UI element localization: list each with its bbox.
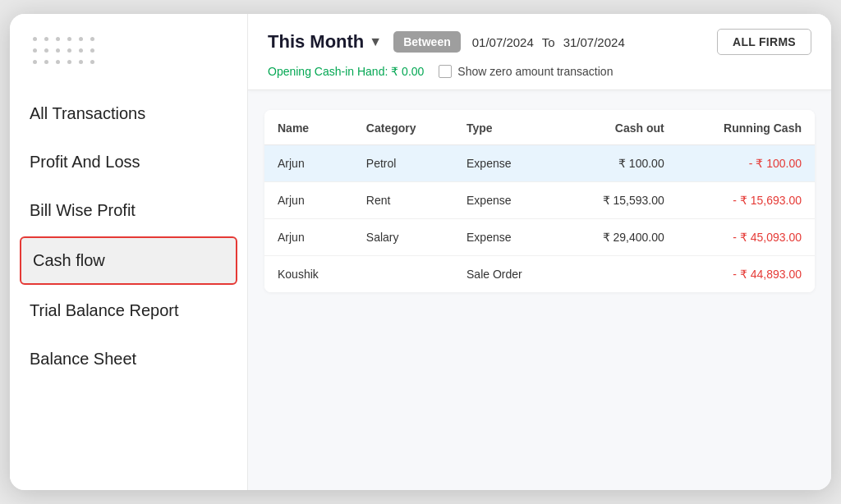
- sidebar-dots: [10, 37, 247, 89]
- cell-cash_out: ₹ 100.00: [561, 145, 677, 182]
- decorative-dot: [67, 60, 71, 64]
- cell-type: Expense: [453, 219, 561, 256]
- decorative-dot: [90, 60, 94, 64]
- cell-type: Sale Order: [453, 256, 561, 293]
- date-from[interactable]: 01/07/2024: [472, 35, 534, 49]
- col-header-category: Category: [353, 110, 453, 145]
- cell-running_cash: - ₹ 15,693.00: [678, 182, 815, 219]
- cell-name: Koushik: [264, 256, 353, 293]
- decorative-dot: [79, 60, 83, 64]
- decorative-dot: [33, 60, 37, 64]
- date-range: 01/07/2024 To 31/07/2024: [472, 35, 625, 49]
- sidebar-item-all-transactions[interactable]: All Transactions: [10, 89, 247, 138]
- col-header-cash_out: Cash out: [561, 110, 677, 145]
- decorative-dot: [67, 37, 71, 41]
- decorative-dot: [56, 60, 60, 64]
- decorative-dot: [56, 48, 60, 53]
- cell-running_cash: - ₹ 45,093.00: [678, 219, 815, 256]
- table-row: ArjunRentExpense₹ 15,593.00- ₹ 15,693.00: [264, 182, 815, 219]
- table-row: ArjunSalaryExpense₹ 29,400.00- ₹ 45,093.…: [264, 219, 815, 256]
- sidebar-item-trial-balance-report[interactable]: Trial Balance Report: [10, 286, 247, 335]
- table-row: KoushikSale Order- ₹ 44,893.00: [264, 256, 815, 293]
- header-row2: Opening Cash-in Hand: ₹ 0.00 Show zero a…: [268, 65, 811, 78]
- col-header-running_cash: Running Cash: [678, 110, 815, 145]
- header-bar: This Month ▼ Between 01/07/2024 To 31/07…: [248, 14, 831, 90]
- cell-cash_out: [561, 256, 677, 293]
- col-header-type: Type: [453, 110, 561, 145]
- sidebar-item-cash-flow[interactable]: Cash flow: [20, 236, 237, 285]
- decorative-dot: [79, 48, 83, 53]
- this-month-button[interactable]: This Month ▼: [268, 31, 382, 53]
- app-container: All TransactionsProfit And LossBill Wise…: [10, 14, 831, 490]
- cell-running_cash: - ₹ 100.00: [678, 145, 815, 182]
- cell-category: Salary: [353, 219, 453, 256]
- cell-type: Expense: [453, 182, 561, 219]
- col-header-name: Name: [264, 110, 353, 145]
- cell-name: Arjun: [264, 219, 353, 256]
- to-label: To: [542, 35, 555, 49]
- cell-type: Expense: [453, 145, 561, 182]
- cell-running_cash: - ₹ 44,893.00: [678, 256, 815, 293]
- cell-category: Petrol: [353, 145, 453, 182]
- decorative-dot: [90, 37, 94, 41]
- opening-cash-label: Opening Cash-in Hand: ₹ 0.00: [268, 65, 424, 78]
- header-row1: This Month ▼ Between 01/07/2024 To 31/07…: [268, 29, 811, 55]
- this-month-label: This Month: [268, 31, 364, 53]
- cell-category: [353, 256, 453, 293]
- show-zero-label: Show zero amount transaction: [457, 65, 613, 78]
- between-badge[interactable]: Between: [393, 31, 461, 53]
- cell-category: Rent: [353, 182, 453, 219]
- all-firms-button[interactable]: ALL FIRMS: [717, 29, 811, 55]
- transactions-table: NameCategoryTypeCash outRunning Cash Arj…: [264, 110, 815, 292]
- show-zero-checkbox[interactable]: [439, 65, 452, 78]
- sidebar-item-balance-sheet[interactable]: Balance Sheet: [10, 335, 247, 383]
- decorative-dot: [56, 37, 60, 41]
- decorative-dot: [79, 37, 83, 41]
- decorative-dot: [67, 48, 71, 53]
- decorative-dot: [90, 48, 94, 53]
- cell-cash_out: ₹ 29,400.00: [561, 219, 677, 256]
- main-content: This Month ▼ Between 01/07/2024 To 31/07…: [248, 14, 831, 490]
- sidebar-item-bill-wise-profit[interactable]: Bill Wise Profit: [10, 186, 247, 235]
- decorative-dot: [44, 37, 48, 41]
- date-to[interactable]: 31/07/2024: [563, 35, 625, 49]
- sidebar-item-profit-and-loss[interactable]: Profit And Loss: [10, 138, 247, 186]
- chevron-down-icon: ▼: [369, 34, 382, 49]
- sidebar: All TransactionsProfit And LossBill Wise…: [10, 14, 248, 490]
- table-row: ArjunPetrolExpense₹ 100.00- ₹ 100.00: [264, 145, 815, 182]
- decorative-dot: [44, 48, 48, 53]
- cell-cash_out: ₹ 15,593.00: [561, 182, 677, 219]
- decorative-dot: [33, 48, 37, 53]
- show-zero-checkbox-label[interactable]: Show zero amount transaction: [439, 65, 613, 78]
- table-area: NameCategoryTypeCash outRunning Cash Arj…: [248, 90, 831, 490]
- decorative-dot: [33, 37, 37, 41]
- cell-name: Arjun: [264, 145, 353, 182]
- cell-name: Arjun: [264, 182, 353, 219]
- decorative-dot: [44, 60, 48, 64]
